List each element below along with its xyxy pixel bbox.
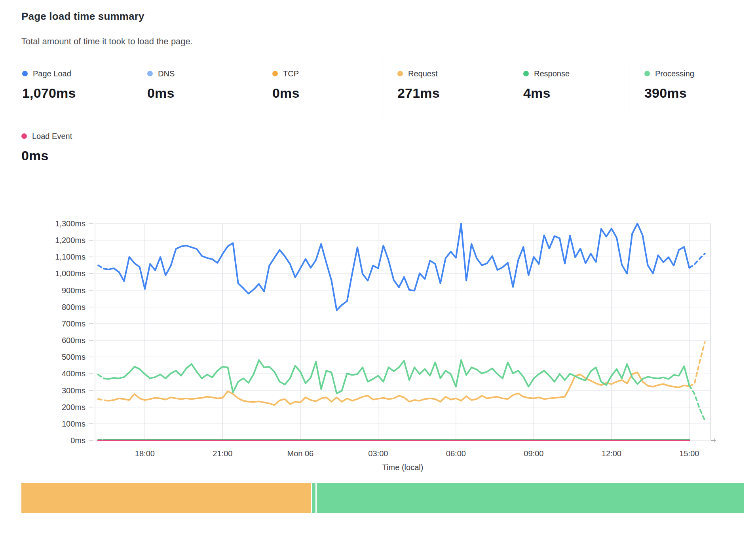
- metrics-summary-row: Page Load 1,070ms DNS 0ms TCP 0ms Reques…: [21, 59, 749, 118]
- metric-request: Request 271ms: [382, 59, 508, 118]
- metric-label: Processing: [655, 69, 694, 78]
- x-axis-label: 15:00: [679, 449, 699, 458]
- status-segment-ok-sliver[interactable]: [312, 483, 315, 513]
- x-axis-label: 09:00: [524, 449, 543, 458]
- x-axis-title: Time (local): [382, 463, 424, 472]
- y-axis-label: 200ms: [62, 403, 85, 412]
- status-segment-ok[interactable]: [317, 483, 744, 513]
- y-axis-label: 1,300ms: [55, 219, 85, 228]
- y-axis-label: 1,200ms: [55, 236, 85, 245]
- tcp-dot-icon: [272, 71, 278, 76]
- page-load-dot-icon: [22, 71, 28, 76]
- y-axis-label: 300ms: [62, 386, 85, 395]
- metric-label: Request: [408, 69, 438, 78]
- y-axis-label: 100ms: [62, 419, 85, 428]
- page-title: Page load time summary: [21, 10, 144, 23]
- dns-dot-icon: [147, 71, 153, 76]
- y-axis-label: 0ms: [70, 436, 85, 445]
- y-axis-label: 700ms: [62, 319, 85, 328]
- y-axis-label: 900ms: [62, 286, 85, 295]
- x-axis-label: 12:00: [602, 449, 621, 458]
- status-segment-warning[interactable]: [21, 483, 311, 513]
- series-line-request[interactable]: [98, 399, 108, 400]
- y-axis-label: 1,000ms: [55, 269, 85, 278]
- status-timeline-bar[interactable]: [21, 483, 744, 513]
- load-time-chart[interactable]: 0ms100ms200ms300ms400ms500ms600ms700ms80…: [0, 198, 756, 479]
- series-line-processing[interactable]: [108, 360, 689, 393]
- metric-tcp: TCP 0ms: [257, 59, 382, 118]
- processing-dot-icon: [644, 71, 650, 76]
- y-axis-label: 800ms: [62, 303, 85, 311]
- metric-processing: Processing 390ms: [629, 59, 749, 118]
- metric-dns: DNS 0ms: [132, 59, 257, 118]
- series-line-request[interactable]: [689, 342, 705, 386]
- metric-value: 4ms: [523, 85, 629, 101]
- metric-value: 1,070ms: [22, 85, 132, 101]
- y-axis-label: 400ms: [62, 369, 85, 378]
- metric-label: Response: [534, 69, 570, 78]
- metric-label: TCP: [283, 69, 299, 78]
- y-axis-label: 600ms: [62, 336, 85, 345]
- metric-label: Load Event: [32, 132, 72, 141]
- series-line-page-load[interactable]: [689, 254, 705, 268]
- page-subtitle: Total amount of time it took to load the…: [21, 36, 193, 47]
- metric-response: Response 4ms: [508, 59, 629, 118]
- x-axis-label: 03:00: [368, 449, 388, 458]
- request-dot-icon: [397, 71, 403, 76]
- x-axis-label: 06:00: [446, 449, 466, 458]
- metric-value: 390ms: [644, 85, 749, 101]
- metric-value: 0ms: [272, 85, 382, 101]
- series-line-request[interactable]: [108, 372, 689, 405]
- metric-value: 271ms: [397, 85, 508, 101]
- response-dot-icon: [523, 71, 529, 76]
- metric-label: DNS: [158, 69, 175, 78]
- series-line-processing[interactable]: [98, 374, 108, 379]
- metric-page-load: Page Load 1,070ms: [21, 59, 132, 118]
- x-axis-label: 18:00: [135, 449, 155, 458]
- metric-load-event: Load Event 0ms: [21, 131, 72, 163]
- series-line-page-load[interactable]: [98, 265, 108, 269]
- metric-label: Page Load: [33, 69, 71, 78]
- y-axis-label: 500ms: [62, 353, 85, 361]
- page-load-summary-panel: Page load time summary Total amount of t…: [0, 0, 756, 535]
- x-axis-label: Mon 06: [287, 449, 314, 458]
- series-line-page-load[interactable]: [108, 224, 689, 310]
- load-event-dot-icon: [21, 133, 27, 139]
- y-axis-label: 1,100ms: [55, 252, 85, 261]
- x-axis-label: 21:00: [213, 449, 232, 458]
- metric-value: 0ms: [147, 85, 257, 101]
- metric-value: 0ms: [21, 148, 72, 163]
